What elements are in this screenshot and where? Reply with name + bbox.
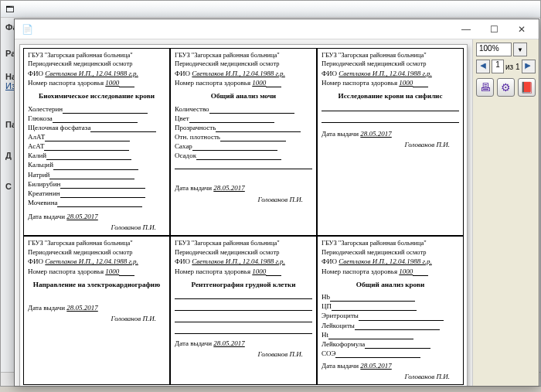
print-setup-button[interactable]: ⚙	[497, 78, 515, 97]
card-chest: ГБУЗ "Загорская районная больница" Перио…	[170, 236, 317, 385]
card-cbc: ГБУЗ "Загорская районная больница" Перио…	[317, 236, 464, 385]
print-button[interactable]: 🖶	[476, 78, 494, 97]
page-of-label: из 1	[505, 63, 520, 71]
doctor-sign: Голованов П.И.	[28, 223, 165, 232]
page-viewport[interactable]: ГБУЗ "Загорская районная больница" Перио…	[15, 39, 472, 386]
fio-value: Светлаков И.П., 12.04.1988 г.р.	[45, 70, 138, 77]
card-ecg: ГБУЗ "Загорская районная больница" Перио…	[23, 236, 170, 385]
report-page: ГБУЗ "Загорская районная больница" Перио…	[19, 44, 468, 386]
preview-toolbar: 100% ▼ ⯇ 1 из 1 ⯈ 🖶 ⚙ 📕	[472, 39, 539, 386]
next-page-button[interactable]: ⯈	[522, 60, 536, 73]
zoom-dropdown-icon[interactable]: ▼	[513, 43, 527, 56]
host-icon: 🗔	[5, 5, 14, 14]
exam-line: Периодический медицинский осмотр	[28, 60, 165, 68]
document-icon: 📄	[21, 23, 33, 36]
close-button[interactable]: ✕	[508, 22, 536, 37]
maximize-button[interactable]: ☐	[480, 22, 508, 37]
export-pdf-button[interactable]: 📕	[518, 78, 536, 97]
preview-titlebar[interactable]: 📄 — ☐ ✕	[15, 19, 539, 39]
card-syphilis: ГБУЗ "Загорская районная больница" Перио…	[317, 48, 464, 236]
prev-page-button[interactable]: ⯇	[476, 60, 490, 73]
card-title: Биохимическое исследование крови	[28, 91, 165, 101]
zoom-input[interactable]: 100%	[476, 43, 512, 56]
minimize-button[interactable]: —	[452, 22, 480, 37]
card-urine: ГБУЗ "Загорская районная больница" Перио…	[170, 48, 317, 236]
print-preview-window: 📄 — ☐ ✕ ГБУЗ "Загорская районная больниц…	[14, 19, 539, 387]
host-titlebar: 🗔	[1, 1, 540, 18]
org-line: ГБУЗ "Загорская районная больница"	[28, 51, 165, 60]
page-number-input[interactable]: 1	[492, 60, 504, 73]
card-biochem: ГБУЗ "Загорская районная больница" Перио…	[23, 48, 170, 236]
